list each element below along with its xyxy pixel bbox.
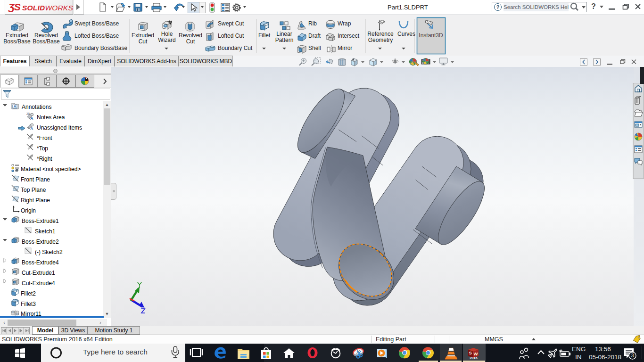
svg-text:A: A [14,104,17,109]
svg-text:2016: 2016 [470,356,478,360]
svg-text:S: S [469,350,472,355]
svg-text:3: 3 [631,353,634,358]
svg-text:2D: 2D [26,112,30,115]
